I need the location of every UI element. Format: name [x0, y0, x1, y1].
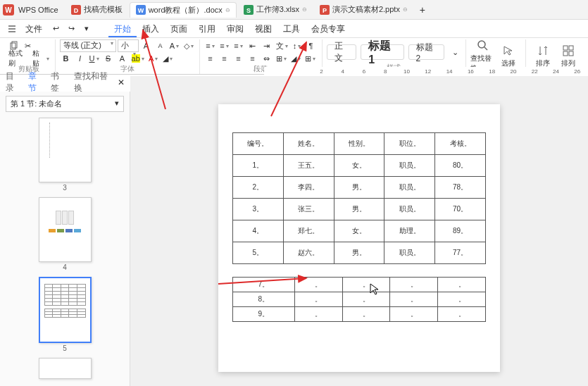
sidebar-tab-2[interactable]: 书签: [51, 70, 65, 94]
table-cell[interactable]: 70。: [435, 199, 486, 220]
menu-开始[interactable]: 开始: [108, 20, 137, 37]
menu-插入[interactable]: 插入: [137, 20, 165, 37]
menu-file[interactable]: 文件: [20, 20, 48, 37]
thumbnail-4[interactable]: [39, 197, 92, 262]
align-justify-button[interactable]: ≡: [246, 52, 259, 65]
italic-button[interactable]: I: [74, 52, 87, 65]
table-header[interactable]: 性别。: [334, 133, 384, 155]
table-cell[interactable]: 李四。: [283, 177, 334, 199]
increase-font-button[interactable]: A: [140, 39, 153, 52]
increase-indent-button[interactable]: ⇥: [261, 39, 273, 52]
thumbnail-5[interactable]: [39, 277, 92, 343]
table-cell[interactable]: 。: [342, 292, 390, 307]
font-color-button[interactable]: A: [147, 52, 160, 65]
decrease-font-button[interactable]: A: [154, 39, 167, 52]
sidebar-close-icon[interactable]: ✕: [118, 77, 125, 87]
table-cell[interactable]: 男。: [334, 177, 384, 199]
table-cell[interactable]: 张三。: [283, 199, 334, 220]
file-tab-2[interactable]: S工作簿3.xlsx⊖: [238, 2, 313, 18]
align-right-button[interactable]: ≡: [232, 52, 245, 65]
table-cell[interactable]: 职员。: [384, 242, 435, 264]
menu-hamburger-icon[interactable]: [6, 23, 18, 35]
table-cell[interactable]: 9。: [233, 307, 295, 322]
text-direction-button[interactable]: 文: [275, 39, 289, 52]
table-cell[interactable]: 助理。: [384, 220, 435, 242]
underline-button[interactable]: U: [88, 52, 101, 65]
style-heading1[interactable]: 标题 1: [361, 44, 404, 60]
table-cell[interactable]: 。: [390, 307, 438, 322]
file-tab-1[interactable]: Wword教程（新）.docx⊖: [130, 2, 237, 18]
table-cell[interactable]: 78。: [435, 177, 486, 199]
table-header[interactable]: 考核。: [435, 133, 486, 155]
table-cell[interactable]: 80。: [435, 155, 486, 177]
table-cell[interactable]: 王五。: [283, 155, 334, 177]
numbering-button[interactable]: ≡: [218, 39, 231, 52]
thumbnail-3[interactable]: [39, 118, 92, 182]
menu-审阅[interactable]: 审阅: [221, 20, 249, 37]
change-case-button[interactable]: A: [168, 39, 181, 52]
menu-页面[interactable]: 页面: [165, 20, 193, 37]
tabs-button[interactable]: ⊞: [275, 52, 288, 65]
borders-button[interactable]: ⊞: [304, 52, 317, 65]
table-cell[interactable]: 职员。: [384, 177, 435, 199]
table-cell[interactable]: 职员。: [384, 155, 435, 177]
menu-dropdown-icon[interactable]: ▾: [80, 23, 93, 35]
font-family-select[interactable]: 等线 (正文): [60, 39, 116, 52]
table-cell[interactable]: 。: [294, 278, 342, 292]
table-cell[interactable]: 77。: [435, 242, 486, 264]
add-tab-button[interactable]: +: [415, 2, 430, 18]
sidebar-tab-1[interactable]: 章节: [28, 70, 42, 94]
text-effects-button[interactable]: A: [116, 52, 129, 65]
menu-引用[interactable]: 引用: [193, 20, 221, 37]
table-cell[interactable]: 89。: [435, 220, 486, 242]
table-cell[interactable]: 1。: [233, 155, 284, 177]
para-shading-button[interactable]: ◢: [289, 52, 302, 65]
table-cell[interactable]: 3。: [233, 199, 284, 220]
style-heading2[interactable]: 标题 2: [408, 44, 444, 60]
table-cell[interactable]: 职员。: [384, 199, 435, 220]
table-cell[interactable]: 。: [294, 307, 342, 322]
table-cell[interactable]: 郑七。: [283, 220, 334, 242]
table-cell[interactable]: 男。: [334, 199, 384, 220]
table-cell[interactable]: 。: [438, 292, 486, 307]
table-header[interactable]: 姓名。: [283, 133, 334, 155]
file-tab-0[interactable]: D找稿壳模板: [65, 2, 128, 18]
table-cell[interactable]: 8。: [233, 292, 295, 307]
style-normal[interactable]: 正文: [327, 44, 357, 60]
table-cell[interactable]: 。: [342, 307, 390, 322]
menu-工具[interactable]: 工具: [277, 20, 306, 37]
file-tab-3[interactable]: P演示文稿素材2.pptx⊖: [314, 2, 413, 18]
editor-area[interactable]: 编号。姓名。性别。职位。考核。1。王五。女。职员。80。2。李四。男。职员。78…: [130, 76, 588, 386]
table-cell[interactable]: 7。: [233, 278, 295, 292]
table-cell[interactable]: 。: [438, 278, 486, 292]
table-cell[interactable]: 。: [294, 292, 342, 307]
table-cell[interactable]: 2。: [233, 177, 284, 199]
align-left-button[interactable]: ≡: [204, 52, 217, 65]
bold-button[interactable]: B: [60, 52, 73, 65]
document-table-extra[interactable]: 7。。。。。8。。。。。9。。。。。: [232, 277, 486, 322]
table-header[interactable]: 职位。: [384, 133, 435, 155]
paste-button[interactable]: 粘贴: [31, 52, 51, 65]
show-marks-button[interactable]: ¶: [305, 39, 318, 52]
clear-format-button[interactable]: ◇: [182, 39, 195, 52]
menu-back-icon[interactable]: ↩: [49, 23, 62, 35]
table-cell[interactable]: 。: [342, 278, 390, 292]
styles-expand-button[interactable]: ⌄: [449, 46, 461, 58]
format-painter-button[interactable]: 格式刷: [7, 52, 30, 65]
thumbnail-next[interactable]: [39, 358, 92, 379]
table-cell[interactable]: 。: [438, 307, 486, 322]
menu-视图[interactable]: 视图: [249, 20, 277, 37]
section-select[interactable]: 第 1 节: 未命名▾: [6, 96, 124, 112]
table-cell[interactable]: 。: [390, 278, 438, 292]
line-spacing-button[interactable]: ↕: [291, 39, 304, 52]
align-center-button[interactable]: ≡: [218, 52, 231, 65]
menu-会员专享[interactable]: 会员专享: [306, 20, 351, 37]
document-table-main[interactable]: 编号。姓名。性别。职位。考核。1。王五。女。职员。80。2。李四。男。职员。78…: [232, 132, 486, 264]
distribute-button[interactable]: ⇔: [261, 52, 273, 65]
sidebar-tab-3[interactable]: 查找和替换: [74, 70, 109, 94]
table-cell[interactable]: 赵六。: [283, 242, 334, 264]
sidebar-tab-0[interactable]: 目录: [6, 70, 20, 94]
table-cell[interactable]: 男。: [334, 242, 384, 264]
multilevel-button[interactable]: ≡: [232, 39, 245, 52]
shading-button[interactable]: ◢: [161, 52, 174, 65]
